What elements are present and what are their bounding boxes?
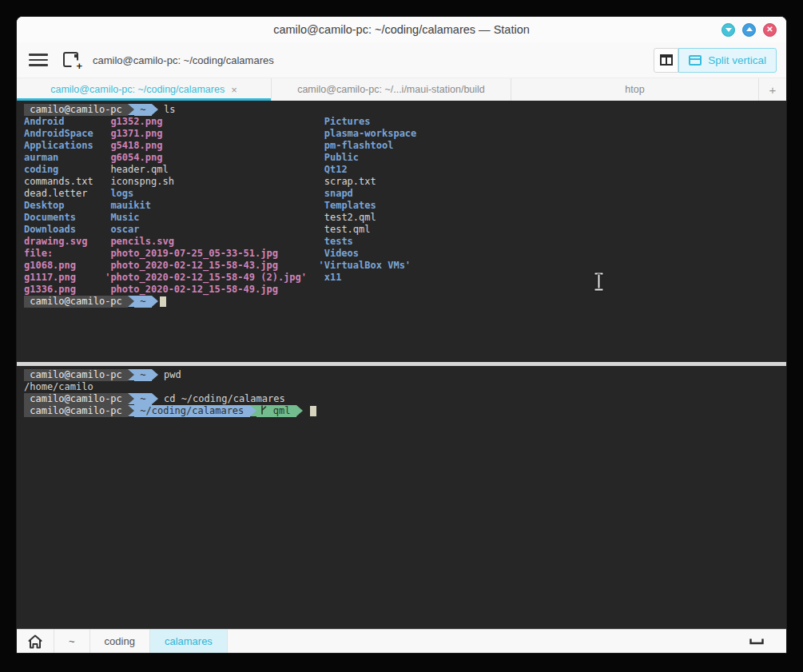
terminal-line: Android g1352.png Pictures [24,116,786,128]
prompt-segment: ~ [134,369,152,381]
terminal-line: g1117.png 'photo_2020-02-12_15-58-49 (2)… [24,272,786,284]
terminal-text: Documents [24,212,76,223]
terminal-pane-top[interactable]: camilo@camilo-pc ~ lsAndroid g1352.png P… [17,101,786,362]
terminal-line: camilo@camilo-pc ~/coding/calamares qml [24,405,786,417]
tab-bar: camilo@camilo-pc: ~/coding/calamares×cam… [17,78,786,101]
terminal-text [65,200,111,211]
tab-2[interactable]: camilo@camilo-pc: ~/...i/maui-station/bu… [272,78,511,101]
terminal-text: logs [110,188,133,199]
toolbar-session-title: camilo@camilo-pc: ~/coding/calamares [93,54,274,66]
tab-label: htop [625,84,644,95]
terminal-text [76,224,110,235]
terminal-text: /home/camilo [24,381,93,392]
terminal-text: mauikit [110,200,151,211]
terminal-text [76,284,110,295]
split-vertical-button[interactable]: Split vertical [678,48,777,73]
terminal-cursor [160,296,166,307]
split-buttons: Split vertical [654,48,777,73]
terminal-text: g6054.png [110,152,162,163]
crumb-calamares[interactable]: calamares [150,630,228,653]
terminal-text [140,212,324,223]
terminal-text: Desktop [24,200,65,211]
terminal-text: snapd [324,188,353,199]
terminal-pane-bottom[interactable]: camilo@camilo-pc ~ pwd/home/camilo camil… [17,366,786,629]
tab-1[interactable]: camilo@camilo-pc: ~/coding/calamares× [17,78,272,101]
terminal-text [58,164,110,175]
terminal-text: Pictures [324,116,371,127]
terminal-text: g1371.png [110,128,162,139]
terminal-area: camilo@camilo-pc ~ lsAndroid g1352.png P… [17,101,786,629]
tray-icon [749,638,764,645]
terminal-text [174,236,324,247]
terminal-text: iconspng.sh [110,176,173,187]
close-button[interactable]: ✕ [763,23,777,37]
new-tab-button[interactable]: + [63,51,81,69]
station-window: camilo@camilo-pc: ~/coding/calamares — S… [16,16,787,654]
close-icon: ✕ [766,26,773,34]
terminal-text: scrap.txt [324,176,376,187]
terminal-text [76,272,105,283]
terminal-line: Applications g5418.png pm-flashtool [24,140,786,152]
powerline-arrow [152,104,158,115]
terminal-text: Public [324,152,359,163]
menu-button[interactable] [29,50,50,70]
powerline-arrow [128,369,134,380]
terminal-text: tests [324,236,353,247]
crumb-[interactable]: ~ [54,630,90,653]
terminal-text: cd ~/coding/calamares [158,393,285,404]
terminal-text [76,212,110,223]
terminal-text [58,152,110,163]
split-horizontal-button[interactable] [654,48,678,73]
add-tab-button[interactable]: + [759,78,786,101]
terminal-text [76,260,110,271]
terminal-text [93,140,111,151]
window-controls: ✕ [722,17,777,42]
tab-close-icon[interactable]: × [231,84,237,96]
terminal-text [87,188,110,199]
prompt-segment: ~ [134,104,152,116]
powerline-arrow [128,296,134,307]
terminal-line: Desktop mauikit Templates [24,200,786,212]
terminal-text [93,176,111,187]
maximize-icon [746,27,753,31]
terminal-text: plasma-workspace [324,128,417,139]
terminal-line: Downloads oscar test.qml [24,224,786,236]
window-title: camilo@camilo-pc: ~/coding/calamares — S… [273,23,530,36]
terminal-text: photo_2020-02-12_15-58-43.jpg [110,260,278,271]
terminal-text: photo_2019-07-25_05-33-51.jpg [110,248,278,259]
terminal-text: Applications [24,140,93,151]
git-branch-icon [260,405,267,415]
terminal-line: camilo@camilo-pc ~ [24,296,786,308]
terminal-text: header.qml [110,164,168,175]
terminal-text: ls [158,104,176,115]
titlebar[interactable]: camilo@camilo-pc: ~/coding/calamares — S… [17,17,786,42]
prompt-segment: ~ [134,393,152,405]
terminal-text: Templates [324,200,376,211]
maximize-button[interactable] [742,23,756,37]
terminal-cursor [310,406,316,416]
minimize-button[interactable] [722,23,735,37]
terminal-text: g1068.png [24,260,76,271]
breadcrumb: ~codingcalamares [54,630,228,653]
terminal-line: camilo@camilo-pc ~ pwd [24,369,786,381]
tab-3[interactable]: htop [511,78,759,101]
terminal-text [162,152,324,163]
terminal-text: photo_2020-02-12_15-58-49.jpg [110,284,278,295]
terminal-text: g5418.png [110,140,162,151]
terminal-line: AndroidSpace g1371.png plasma-workspace [24,128,786,140]
terminal-text: Android [24,116,65,127]
home-crumb-button[interactable] [17,630,54,653]
powerline-arrow [296,405,303,416]
terminal-text [87,236,110,247]
terminal-text [162,140,324,151]
tray-toggle-button[interactable] [749,630,764,654]
home-icon [26,634,44,650]
terminal-text [174,176,324,187]
terminal-text: Music [110,212,139,223]
terminal-text: file: [24,248,53,259]
powerline-arrow [128,104,134,115]
terminal-text [303,405,308,416]
terminal-text: drawing.svg [24,236,87,247]
minimize-icon [725,28,732,32]
crumb-coding[interactable]: coding [90,630,150,653]
